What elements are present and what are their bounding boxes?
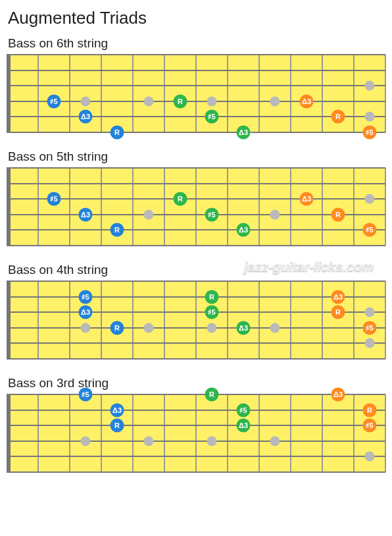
fret-line [385,394,386,472]
string-line [7,85,385,86]
section-title: Bass on 4th string [8,263,387,277]
fret-line [164,55,165,132]
fret-line [258,168,260,246]
nut-line [7,55,11,132]
fret-line [290,168,291,246]
note-dot: R [331,207,345,221]
note-dot: ♯5 [205,110,219,124]
string-line [7,471,385,473]
fretboard: ♯5Δ3RR♯5Δ3Δ3R♯5 [7,55,385,132]
fret-line [258,281,260,359]
note-dot: Δ3 [237,321,251,335]
fret-line [385,281,386,359]
diagram-group: Bass on 3rd string♯5Δ3RR♯5Δ3Δ3R♯5 [5,376,387,472]
nut-line [7,394,11,472]
fret-line [37,394,39,472]
note-dot: ♯5 [237,403,251,417]
diagram-group: Bass on 5th string♯5Δ3RR♯5Δ3Δ3R♯5 [5,149,387,246]
string-line [7,101,385,102]
note-dot: ♯5 [79,290,93,304]
string-line [7,281,385,282]
fret-line [353,394,355,472]
fret-line [227,55,228,132]
string-line [7,54,385,55]
note-dot: Δ3 [110,403,124,417]
fret-line [258,55,260,132]
note-dot: ♯5 [363,321,377,335]
position-marker [365,112,375,122]
fret-line [353,281,355,359]
diagram-group: Bass on 6th string♯5Δ3RR♯5Δ3Δ3R♯5 [5,36,387,132]
fret-line [195,394,197,472]
note-dot: R [110,321,124,335]
note-dot: R [174,192,187,206]
string-line [7,214,385,215]
position-marker [81,96,91,106]
fret-line [385,55,386,132]
fret-line [353,55,355,132]
string-line [7,342,385,344]
section-title: Bass on 6th string [8,36,387,51]
diagram-group: Bass on 4th string♯5Δ3RR♯5Δ3Δ3R♯5 [5,263,387,359]
fret-line [132,55,134,132]
position-marker [365,452,375,462]
nut-line [7,168,11,246]
position-marker [270,323,280,333]
note-dot: ♯5 [205,306,219,319]
fret-line [101,281,102,359]
position-marker [365,81,375,91]
string-line [7,70,385,71]
fret-line [385,168,386,246]
position-marker [144,436,154,446]
position-marker [81,436,91,446]
fret-line [37,281,39,359]
position-marker [144,323,154,333]
main-title: Augmented Triads [8,8,387,28]
note-dot: R [110,223,124,237]
fret-line [195,168,197,246]
note-dot: Δ3 [237,223,251,237]
fret-line [227,281,228,359]
note-dot: ♯5 [47,192,61,206]
note-dot: ♯5 [47,94,61,108]
section-title: Bass on 5th string [8,149,387,164]
note-dot: Δ3 [331,388,345,402]
position-marker [365,308,375,317]
fret-line [290,55,291,132]
fret-line [132,394,134,472]
fret-line [132,281,134,359]
fret-line [37,55,39,132]
note-dot: R [110,419,124,433]
string-line [7,425,385,426]
position-marker [270,436,280,446]
note-dot: Δ3 [79,306,93,319]
string-line [7,116,385,117]
string-line [7,183,385,184]
string-line [7,245,385,246]
note-dot: R [174,94,187,108]
string-line [7,327,385,329]
note-dot: R [110,126,124,140]
fret-line [322,394,323,472]
note-dot: ♯5 [363,223,377,237]
note-dot: Δ3 [237,419,251,433]
fret-line [69,168,70,246]
note-dot: ♯5 [363,126,377,140]
string-line [7,441,385,442]
fret-line [258,394,260,472]
note-dot: R [205,290,219,304]
fret-line [322,168,323,246]
fret-line [69,394,70,472]
position-marker [144,209,154,219]
note-dot: Δ3 [237,126,251,140]
position-marker [270,209,280,219]
position-marker [365,338,375,348]
position-marker [365,194,375,204]
fret-line [101,55,102,132]
fret-line [322,281,323,359]
position-marker [207,436,217,446]
fret-line [353,168,355,246]
diagram-container: Bass on 6th string♯5Δ3RR♯5Δ3Δ3R♯5Bass on… [5,36,387,472]
position-marker [81,323,91,333]
note-dot: R [331,110,345,124]
